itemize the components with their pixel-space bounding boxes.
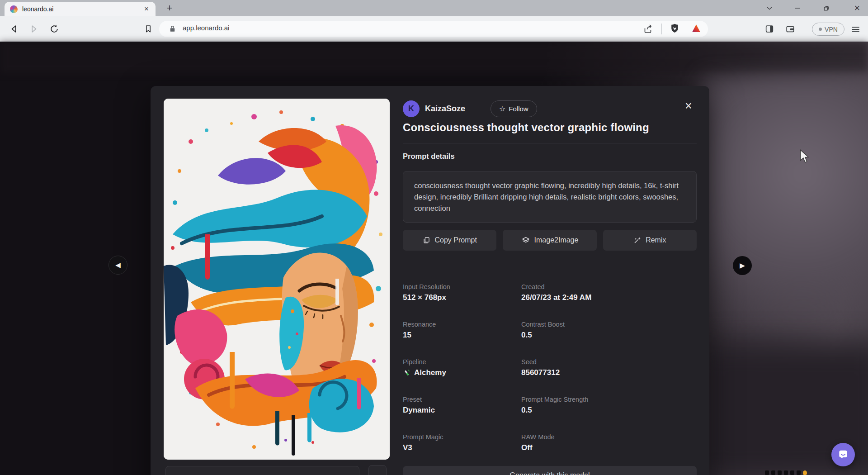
brave-shield-icon[interactable] [669, 23, 680, 36]
test-tube-icon [403, 369, 411, 377]
partial-model-box[interactable] [165, 466, 359, 475]
support-chat-button[interactable] [831, 443, 855, 466]
address-bar[interactable] [159, 21, 708, 37]
detail-prompt-magic: Prompt Magic V3 [403, 433, 521, 455]
tab-search-chevron-icon[interactable] [760, 0, 778, 16]
new-tab-button[interactable]: + [163, 1, 176, 15]
follow-button[interactable]: ☆ Follow [491, 100, 537, 117]
generated-image[interactable] [164, 99, 390, 460]
share-icon[interactable] [643, 24, 654, 36]
detail-preset: Preset Dynamic [403, 396, 521, 417]
details-grid: Input Resolution 512 × 768px Created 26/… [403, 283, 697, 455]
vpn-label: VPN [825, 26, 838, 33]
previous-image-button[interactable]: ◀ [108, 256, 127, 275]
prompt-text-box[interactable]: consciousness thought vector graphic flo… [403, 171, 697, 223]
copy-icon [422, 236, 430, 244]
detail-input-resolution: Input Resolution 512 × 768px [403, 283, 521, 304]
forward-button[interactable] [25, 21, 42, 37]
browser-tab[interactable]: leonardo.ai × [5, 2, 156, 16]
vpn-status-dot-icon [819, 28, 822, 31]
detail-seed: Seed 856077312 [521, 358, 697, 380]
url-text[interactable]: app.leonardo.ai [183, 24, 229, 32]
leonardo-favicon-icon [10, 5, 18, 13]
remix-button[interactable]: Remix [603, 230, 697, 251]
next-image-button[interactable]: ▶ [733, 256, 752, 275]
wand-icon [633, 236, 642, 244]
detail-raw-mode: RAW Mode Off [521, 433, 697, 455]
star-icon: ☆ [499, 104, 505, 113]
partial-square-button[interactable] [368, 465, 387, 475]
detail-resonance: Resonance 15 [403, 321, 521, 342]
mouse-cursor-icon [799, 149, 810, 164]
image2image-button[interactable]: Image2Image [503, 230, 596, 251]
modal-close-icon[interactable]: × [680, 98, 697, 114]
background-blur-blob [703, 77, 868, 330]
action-button-row: Copy Prompt Image2Image Remix [403, 230, 697, 251]
image-title: Consciousness thought vector graphic flo… [403, 121, 701, 134]
artwork-image [164, 99, 390, 460]
bookmark-icon[interactable] [140, 21, 156, 37]
username[interactable]: KaizaSoze [425, 104, 465, 114]
left-arrow-icon: ◀ [115, 261, 121, 269]
background-header-blur [0, 42, 868, 73]
reload-button[interactable] [46, 21, 62, 37]
image-detail-modal: K KaizaSoze ☆ Follow × Consciousness tho… [151, 86, 709, 475]
copy-prompt-button[interactable]: Copy Prompt [403, 230, 496, 251]
sidebar-icon[interactable] [761, 21, 778, 37]
brave-rewards-triangle-icon[interactable] [691, 23, 702, 36]
wallet-icon[interactable] [782, 21, 798, 37]
prompt-details-heading: Prompt details [403, 152, 455, 161]
follow-label: Follow [509, 105, 528, 113]
generate-with-model-button[interactable]: Generate with this model [403, 466, 697, 475]
detail-prompt-magic-strength: Prompt Magic Strength 0.5 [521, 396, 697, 417]
window-close-button[interactable]: × [848, 0, 866, 16]
detail-contrast-boost: Contrast Boost 0.5 [521, 321, 697, 342]
tab-title: leonardo.ai [22, 5, 142, 13]
partial-watermark [765, 470, 819, 475]
back-button[interactable] [6, 21, 23, 37]
detail-pipeline: Pipeline Alchemy [403, 358, 521, 380]
tab-strip: leonardo.ai × + × [0, 0, 868, 16]
layers-icon [521, 236, 530, 245]
window-restore-button[interactable] [817, 0, 835, 16]
vpn-button[interactable]: VPN [812, 23, 844, 36]
right-arrow-icon: ▶ [740, 261, 745, 270]
user-avatar[interactable]: K [403, 100, 420, 117]
window-minimize-button[interactable] [788, 0, 807, 16]
screen: leonardo.ai × + × app.leonardo.ai [0, 0, 868, 475]
tab-close-icon[interactable]: × [142, 5, 151, 14]
address-bar-divider [661, 24, 662, 34]
menu-hamburger-icon[interactable] [852, 26, 859, 33]
detail-created: Created 26/07/23 at 2:49 AM [521, 283, 697, 304]
divider [403, 143, 697, 143]
lock-icon[interactable] [168, 24, 177, 35]
chat-bubble-icon [837, 449, 849, 461]
